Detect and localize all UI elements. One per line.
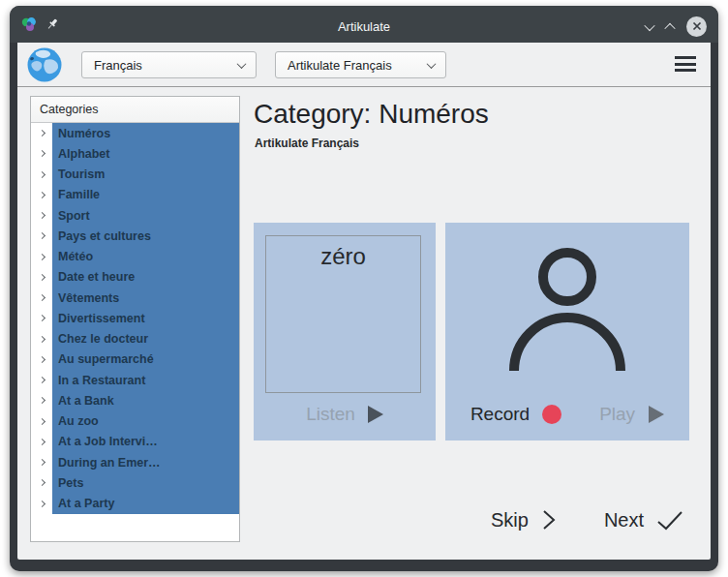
expand-chevron-icon[interactable] (31, 370, 52, 390)
category-item-at-a-job-interview[interactable]: At a Job Intervi… (31, 432, 239, 452)
language-select[interactable]: Français (81, 51, 257, 78)
expand-chevron-icon[interactable] (31, 123, 52, 143)
pin-icon[interactable] (46, 17, 59, 35)
app-window: Artikulate (10, 6, 718, 571)
chevron-down-icon (237, 59, 247, 69)
page-title: Category: Numéros (254, 99, 489, 130)
globe-icon (26, 46, 63, 83)
record-button[interactable]: Record (470, 404, 530, 425)
expand-chevron-icon[interactable] (31, 288, 52, 308)
category-item-tourism[interactable]: Tourism (31, 165, 239, 185)
categories-list: Numéros Alphabet Tourism Famille Sport P… (31, 123, 239, 514)
category-item-in-a-restaurant[interactable]: In a Restaurant (31, 370, 239, 390)
expand-chevron-icon[interactable] (31, 452, 52, 472)
close-icon (692, 21, 702, 31)
expand-chevron-icon[interactable] (31, 185, 52, 205)
expand-chevron-icon[interactable] (31, 432, 52, 452)
category-item-au-supermarche[interactable]: Au supermarché (31, 349, 239, 370)
record-dot-icon[interactable] (542, 405, 561, 424)
record-card: Record Play (445, 223, 689, 440)
skip-button[interactable]: Skip (491, 509, 529, 531)
category-item-date-et-heure[interactable]: Date et heure (31, 267, 239, 288)
course-select[interactable]: Artikulate Français (275, 51, 446, 78)
expand-chevron-icon[interactable] (31, 143, 52, 164)
person-silhouette-icon (504, 243, 630, 378)
category-item-divertissement[interactable]: Divertissement (31, 308, 239, 328)
titlebar[interactable]: Artikulate (10, 6, 718, 43)
listen-button[interactable]: Listen (306, 404, 355, 425)
categories-panel: Categories Numéros Alphabet Tourism Fami… (30, 96, 240, 542)
chevron-right-icon[interactable] (541, 509, 557, 531)
chevron-down-icon (427, 59, 437, 69)
category-item-at-a-bank[interactable]: At a Bank (31, 390, 239, 410)
category-item-meteo[interactable]: Météo (31, 247, 239, 267)
category-item-au-zoo[interactable]: Au zoo (31, 411, 239, 432)
expand-chevron-icon[interactable] (31, 329, 52, 349)
expand-chevron-icon[interactable] (31, 247, 52, 267)
listen-controls: Listen (254, 404, 436, 425)
window-content: Français Artikulate Français Categories … (17, 43, 711, 560)
titlebar-right-buttons (646, 10, 707, 43)
expand-chevron-icon[interactable] (31, 494, 52, 514)
expand-chevron-icon[interactable] (31, 472, 52, 493)
artikulate-app-icon (21, 16, 37, 36)
titlebar-left-icons (21, 16, 59, 36)
play-triangle-icon[interactable] (649, 406, 664, 423)
minimize-button[interactable] (646, 17, 653, 35)
category-item-pets[interactable]: Pets (31, 472, 239, 493)
maximize-button[interactable] (666, 17, 674, 35)
maximize-icon (664, 23, 675, 34)
phrase-text: zéro (320, 243, 366, 269)
category-item-famille[interactable]: Famille (31, 185, 239, 205)
category-item-vetements[interactable]: Vêtements (31, 288, 239, 308)
checkmark-icon[interactable] (656, 510, 683, 531)
footer-navigation: Skip Next (491, 507, 683, 532)
category-item-alphabet[interactable]: Alphabet (31, 143, 239, 164)
phrase-box: zéro (265, 235, 421, 393)
expand-chevron-icon[interactable] (31, 165, 52, 185)
category-item-numeros[interactable]: Numéros (31, 123, 239, 143)
course-subtitle: Artikulate Français (255, 137, 359, 150)
training-area: Category: Numéros Artikulate Français zé… (240, 88, 711, 560)
category-item-pays-et-cultures[interactable]: Pays et cultures (31, 226, 239, 246)
minimize-icon (644, 20, 654, 31)
category-item-chez-le-docteur[interactable]: Chez le docteur (31, 329, 239, 349)
expand-chevron-icon[interactable] (31, 390, 52, 410)
category-item-at-a-party[interactable]: At a Party (31, 494, 239, 514)
close-button[interactable] (686, 16, 707, 37)
expand-chevron-icon[interactable] (31, 267, 52, 288)
language-select-value: Français (94, 58, 142, 73)
course-select-value: Artikulate Français (288, 58, 392, 73)
category-item-sport[interactable]: Sport (31, 205, 239, 226)
play-button[interactable]: Play (599, 404, 635, 425)
toolbar: Français Artikulate Français (17, 43, 711, 87)
categories-header: Categories (31, 97, 239, 123)
desktop-background: Artikulate (0, 0, 728, 577)
next-button[interactable]: Next (604, 509, 644, 531)
category-item-during-an-emergency[interactable]: During an Emer… (31, 452, 239, 472)
phrase-card: zéro Listen (254, 223, 436, 440)
expand-chevron-icon[interactable] (31, 349, 52, 370)
play-group: Play (599, 404, 664, 425)
expand-chevron-icon[interactable] (31, 411, 52, 432)
main-area: Categories Numéros Alphabet Tourism Fami… (17, 88, 711, 560)
expand-chevron-icon[interactable] (31, 226, 52, 246)
record-controls: Record Play (445, 404, 689, 425)
expand-chevron-icon[interactable] (31, 205, 52, 226)
expand-chevron-icon[interactable] (31, 308, 52, 328)
window-title: Artikulate (10, 6, 718, 43)
play-triangle-icon[interactable] (368, 406, 383, 423)
menu-button[interactable] (675, 56, 696, 76)
